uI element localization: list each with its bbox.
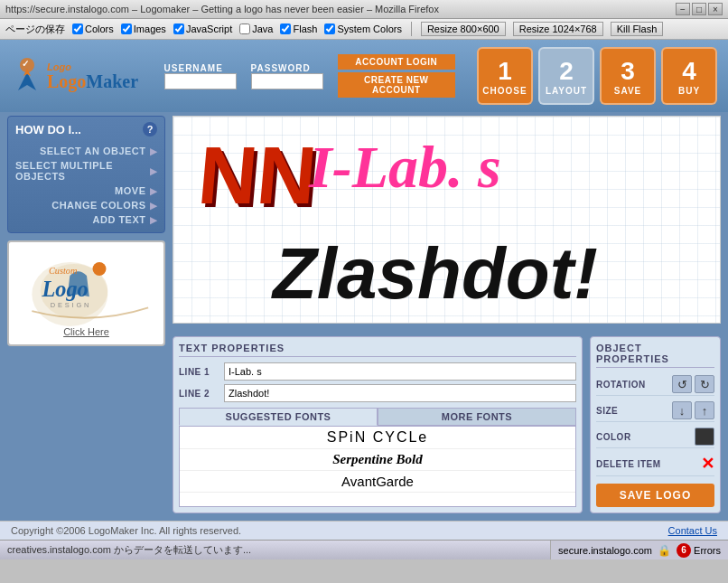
auth-section: USERNAME PASSWORD ACCOUNT LOGIN CREATE N…: [164, 54, 455, 98]
how-do-i-header: HOW DO I... ?: [15, 122, 157, 136]
errors-indicator: 6 Errors: [677, 543, 721, 558]
window-controls[interactable]: − □ ×: [676, 3, 723, 15]
color-row: COLOR: [596, 426, 714, 448]
line2-label: LINE 2: [179, 389, 219, 399]
steps-navigation: 1 CHOOSE 2 LAYOUT 3 SAVE 4 BUY: [477, 47, 717, 105]
errors-label: Errors: [694, 545, 721, 556]
kill-flash-button[interactable]: Kill Flash: [611, 22, 664, 36]
content-area: HOW DO I... ? SELECT AN OBJECT ▶ SELECT …: [0, 112, 728, 517]
fonts-tabs: SUGGESTED FONTS MORE FONTS: [179, 408, 576, 426]
logo-canvas[interactable]: NN I-Lab. s Zlashdot!: [173, 116, 721, 324]
images-checkbox[interactable]: [121, 24, 132, 34]
save-logo-button[interactable]: SAVE LOGO: [596, 484, 714, 507]
add-text-label: ADD TEXT: [93, 214, 146, 225]
rotate-cw-button[interactable]: ↻: [695, 375, 714, 393]
delete-label: DELETE ITEM: [596, 459, 661, 469]
step-3-number: 3: [621, 57, 635, 86]
sidebar: HOW DO I... ? SELECT AN OBJECT ▶ SELECT …: [7, 116, 165, 513]
rotation-row: ROTATION ↺ ↻: [596, 373, 714, 396]
canvas-text-1: I-Lab. s: [309, 133, 501, 202]
create-account-button[interactable]: CREATE NEW ACCOUNT: [338, 72, 455, 98]
colors-checkbox[interactable]: [72, 24, 83, 34]
sidebar-item-select-multiple[interactable]: SELECT MULTIPLE OBJECTS ▶: [15, 158, 157, 183]
suggested-fonts-tab[interactable]: SUGGESTED FONTS: [179, 408, 378, 426]
custom-logo-illustration: Custom Logo DESIGN: [23, 249, 150, 326]
rotate-ccw-button[interactable]: ↺: [672, 375, 692, 393]
copyright-text: Copyright ©2006 LogoMaker Inc. All right…: [11, 525, 241, 536]
flash-checkbox-label[interactable]: Flash: [280, 24, 317, 34]
close-button[interactable]: ×: [708, 3, 723, 15]
status-domain: secure.instalogo.com: [558, 545, 652, 556]
svg-text:DESIGN: DESIGN: [50, 301, 90, 309]
canvas-nn-text: NN: [195, 135, 320, 216]
minimize-button[interactable]: −: [676, 3, 690, 15]
step-3-save-button[interactable]: 3 SAVE: [600, 47, 656, 105]
system-colors-checkbox-label[interactable]: System Colors: [324, 24, 402, 34]
toolbar-separator: [411, 22, 412, 36]
footer: Copyright ©2006 LogoMaker Inc. All right…: [0, 521, 728, 540]
javascript-checkbox-label[interactable]: JavaScript: [173, 24, 232, 34]
size-decrease-button[interactable]: ↓: [672, 401, 692, 419]
contact-us-link[interactable]: Contact Us: [668, 525, 717, 536]
step-1-number: 1: [498, 57, 512, 86]
object-properties-header: OBJECT PROPERTIES: [596, 343, 714, 368]
fonts-list[interactable]: SPiN CYCLe Serpentine Bold AvantGarde: [180, 427, 575, 507]
text-properties-panel: TEXT PROPERTIES LINE 1 LINE 2 SUGGESTED …: [173, 336, 583, 513]
arrow-icon-2: ▶: [150, 166, 158, 176]
password-input[interactable]: [251, 73, 323, 89]
maximize-button[interactable]: □: [692, 3, 706, 15]
object-properties-panel: OBJECT PROPERTIES ROTATION ↺ ↻ SIZE ↓ ↑: [590, 336, 721, 513]
colors-checkbox-label[interactable]: Colors: [72, 24, 114, 34]
bottom-panels: TEXT PROPERTIES LINE 1 LINE 2 SUGGESTED …: [173, 336, 721, 513]
step-4-buy-button[interactable]: 4 BUY: [661, 47, 717, 105]
step-1-choose-button[interactable]: 1 CHOOSE: [477, 47, 533, 105]
step-4-label: BUY: [678, 86, 700, 96]
more-fonts-tab[interactable]: MORE FONTS: [378, 408, 576, 426]
sidebar-item-move[interactable]: MOVE ▶: [15, 183, 157, 198]
logo-area: ✓ Logo LogoMaker: [11, 56, 150, 96]
password-label: PASSWORD: [251, 63, 323, 73]
help-icon[interactable]: ?: [143, 122, 157, 136]
resize-800-button[interactable]: Resize 800×600: [421, 22, 506, 36]
system-colors-checkbox[interactable]: [324, 24, 335, 34]
step-3-label: SAVE: [614, 86, 642, 96]
flash-checkbox[interactable]: [280, 24, 291, 34]
delete-row: DELETE ITEM ✕: [596, 452, 714, 476]
delete-button[interactable]: ✕: [701, 454, 714, 474]
size-row: SIZE ↓ ↑: [596, 400, 714, 422]
account-login-button[interactable]: ACCOUNT LOGIN: [338, 54, 455, 70]
resize-1024-button[interactable]: Resize 1024×768: [513, 22, 603, 36]
rotation-label: ROTATION: [596, 380, 646, 390]
username-input[interactable]: [164, 73, 237, 89]
select-multiple-label: SELECT MULTIPLE OBJECTS: [15, 160, 146, 182]
arrow-icon-1: ▶: [150, 146, 158, 156]
javascript-checkbox[interactable]: [173, 24, 184, 34]
font-item-avantgarde[interactable]: AvantGarde: [180, 471, 575, 493]
sidebar-item-change-colors[interactable]: CHANGE COLORS ▶: [15, 198, 157, 212]
select-object-label: SELECT AN OBJECT: [40, 146, 146, 156]
sidebar-item-add-text[interactable]: ADD TEXT ▶: [15, 212, 157, 227]
line1-input[interactable]: [224, 362, 576, 381]
lock-icon: 🔒: [658, 544, 671, 557]
logo-icon: ✓: [11, 56, 43, 96]
line2-input[interactable]: [224, 384, 576, 402]
font-item-serpentine[interactable]: Serpentine Bold: [180, 449, 575, 471]
font-item-spin[interactable]: SPiN CYCLe: [180, 427, 575, 449]
custom-logo-svg: Custom Logo DESIGN: [23, 248, 150, 329]
java-checkbox-label[interactable]: Java: [239, 24, 273, 34]
size-increase-button[interactable]: ↑: [695, 401, 714, 419]
canvas-text-2: Zlashdot!: [273, 232, 598, 315]
sidebar-item-select-object[interactable]: SELECT AN OBJECT ▶: [15, 144, 157, 158]
step-2-layout-button[interactable]: 2 LAYOUT: [538, 47, 594, 105]
java-checkbox[interactable]: [239, 24, 250, 34]
arrow-icon-4: ▶: [150, 201, 158, 211]
how-do-i-label: HOW DO I...: [15, 123, 81, 136]
color-controls: [695, 428, 714, 446]
images-checkbox-label[interactable]: Images: [121, 24, 166, 34]
color-swatch[interactable]: [695, 428, 714, 446]
rotation-controls: ↺ ↻: [672, 375, 714, 393]
fonts-list-wrapper: SPiN CYCLe Serpentine Bold AvantGarde: [179, 426, 576, 507]
main-content: NN I-Lab. s Zlashdot! TEXT PROPERTIES LI…: [173, 116, 721, 513]
status-bar: creatives.instalogo.com からデータを転送しています...…: [0, 540, 728, 559]
auth-buttons: ACCOUNT LOGIN CREATE NEW ACCOUNT: [338, 54, 455, 98]
